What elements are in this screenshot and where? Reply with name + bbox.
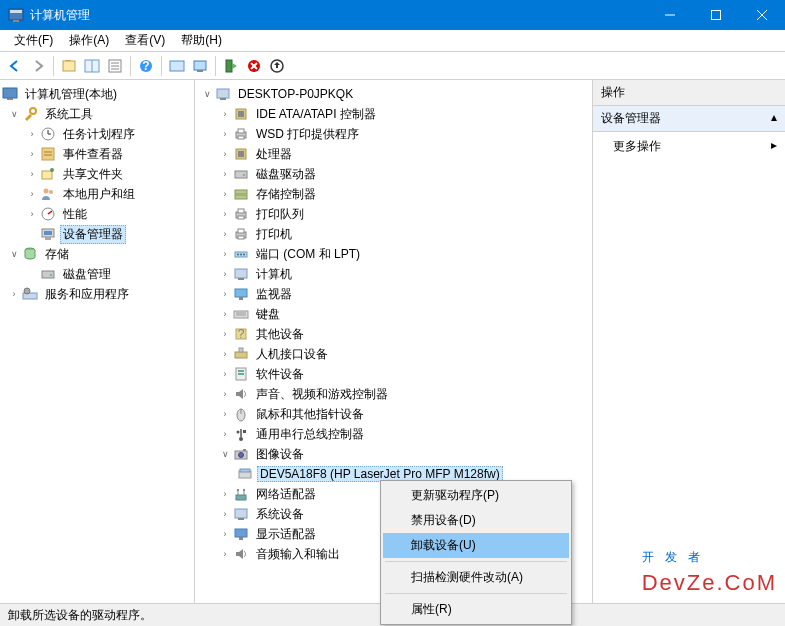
expand-icon[interactable]: ›: [219, 508, 231, 520]
expand-icon[interactable]: ›: [219, 208, 231, 220]
maximize-button[interactable]: [693, 0, 739, 30]
device-node-mouse[interactable]: ›鼠标和其他指针设备: [195, 404, 592, 424]
tree-task-scheduler[interactable]: › 任务计划程序: [0, 124, 194, 144]
menu-help[interactable]: 帮助(H): [173, 30, 230, 51]
update-driver-button[interactable]: [266, 55, 288, 77]
expand-icon[interactable]: ›: [219, 148, 231, 160]
expand-icon[interactable]: ›: [219, 268, 231, 280]
expand-icon[interactable]: ›: [26, 168, 38, 180]
up-button[interactable]: [58, 55, 80, 77]
show-console-button[interactable]: [81, 55, 103, 77]
svg-rect-78: [235, 352, 247, 358]
device-label: DESKTOP-P0JPKQK: [235, 86, 356, 102]
speaker-icon: [233, 546, 249, 562]
device-node-keyboard[interactable]: ›键盘: [195, 304, 592, 324]
device-node-printQueue[interactable]: ›打印队列: [195, 204, 592, 224]
menu-file[interactable]: 文件(F): [6, 30, 61, 51]
actions-more[interactable]: 更多操作 ▸: [593, 132, 785, 161]
expand-icon[interactable]: ›: [8, 288, 20, 300]
device-node-otherDev[interactable]: ›?其他设备: [195, 324, 592, 344]
device-node-cpu[interactable]: ›处理器: [195, 144, 592, 164]
ctx-properties[interactable]: 属性(R): [383, 597, 569, 622]
back-button[interactable]: [4, 55, 26, 77]
expand-icon[interactable]: ›: [219, 248, 231, 260]
svg-rect-60: [238, 209, 244, 213]
device-node-usb[interactable]: ›通用串行总线控制器: [195, 424, 592, 444]
expand-icon[interactable]: ›: [219, 528, 231, 540]
device-node-ideAta[interactable]: ›IDE ATA/ATAPI 控制器: [195, 104, 592, 124]
collapse-icon[interactable]: ∨: [219, 448, 231, 460]
expand-icon[interactable]: ›: [219, 288, 231, 300]
expand-icon[interactable]: ›: [219, 108, 231, 120]
device-label: 处理器: [253, 145, 295, 164]
devmgr-icon: [40, 226, 56, 242]
expand-icon[interactable]: ›: [26, 148, 38, 160]
ctx-uninstall-device[interactable]: 卸载设备(U): [383, 533, 569, 558]
device-node-monitor[interactable]: ›监视器: [195, 284, 592, 304]
device-label: 音频输入和输出: [253, 545, 343, 564]
expand-icon[interactable]: ›: [219, 308, 231, 320]
collapse-icon[interactable]: ∨: [201, 88, 213, 100]
expand-icon[interactable]: ›: [219, 428, 231, 440]
expand-icon[interactable]: ›: [26, 208, 38, 220]
collapse-icon[interactable]: ∨: [8, 108, 20, 120]
menu-view[interactable]: 查看(V): [117, 30, 173, 51]
help-button[interactable]: ?: [135, 55, 157, 77]
expand-icon[interactable]: ›: [219, 128, 231, 140]
expand-icon[interactable]: ›: [219, 368, 231, 380]
tree-device-manager[interactable]: 设备管理器: [0, 224, 194, 244]
ctx-disable-device[interactable]: 禁用设备(D): [383, 508, 569, 533]
device-node-printer[interactable]: ›打印机: [195, 224, 592, 244]
expand-icon[interactable]: ›: [219, 388, 231, 400]
actions-section[interactable]: 设备管理器 ▴: [593, 106, 785, 132]
scan-view-button[interactable]: [166, 55, 188, 77]
expand-icon[interactable]: ›: [219, 408, 231, 420]
storage-icon: [22, 246, 38, 262]
tree-shared-folders[interactable]: › 共享文件夹: [0, 164, 194, 184]
forward-button[interactable]: [27, 55, 49, 77]
enable-button[interactable]: [220, 55, 242, 77]
device-node-diskDrive[interactable]: ›磁盘驱动器: [195, 164, 592, 184]
svg-rect-72: [239, 297, 243, 300]
device-node-hid[interactable]: ›人机接口设备: [195, 344, 592, 364]
usb-icon: [233, 426, 249, 442]
tree-root[interactable]: 计算机管理(本地): [0, 84, 194, 104]
port-icon: [233, 246, 249, 262]
device-node-storageCtl[interactable]: ›存储控制器: [195, 184, 592, 204]
tree-system-tools[interactable]: ∨ 系统工具: [0, 104, 194, 124]
expand-icon[interactable]: ›: [219, 228, 231, 240]
expand-icon[interactable]: ›: [26, 188, 38, 200]
device-node-ports[interactable]: ›端口 (COM 和 LPT): [195, 244, 592, 264]
console-tree[interactable]: 计算机管理(本地) ∨ 系统工具 › 任务计划程序 › 事件查看器 › 共享文件…: [0, 80, 195, 603]
ctx-update-driver[interactable]: 更新驱动程序(P): [383, 483, 569, 508]
tree-performance[interactable]: › 性能: [0, 204, 194, 224]
expand-icon[interactable]: ›: [219, 168, 231, 180]
properties-button[interactable]: [104, 55, 126, 77]
device-node-computer[interactable]: ›计算机: [195, 264, 592, 284]
expand-icon[interactable]: ›: [219, 348, 231, 360]
expand-icon[interactable]: ›: [219, 488, 231, 500]
device-node-software[interactable]: ›软件设备: [195, 364, 592, 384]
expand-icon[interactable]: ›: [26, 128, 38, 140]
tree-local-users[interactable]: › 本地用户和组: [0, 184, 194, 204]
expand-icon[interactable]: ›: [219, 188, 231, 200]
device-node-imaging[interactable]: ∨图像设备: [195, 444, 592, 464]
uninstall-icon[interactable]: [243, 55, 265, 77]
tree-disk-mgmt[interactable]: 磁盘管理: [0, 264, 194, 284]
tree-storage[interactable]: ∨ 存储: [0, 244, 194, 264]
collapse-icon[interactable]: ▴: [771, 110, 777, 127]
minimize-button[interactable]: [647, 0, 693, 30]
expand-icon[interactable]: ›: [219, 328, 231, 340]
device-node-audio[interactable]: ›声音、视频和游戏控制器: [195, 384, 592, 404]
close-button[interactable]: [739, 0, 785, 30]
expand-icon[interactable]: ›: [219, 548, 231, 560]
tree-event-viewer[interactable]: › 事件查看器: [0, 144, 194, 164]
chip-icon: [233, 106, 249, 122]
ctx-scan-hardware[interactable]: 扫描检测硬件改动(A): [383, 565, 569, 590]
device-node-wsd[interactable]: ›WSD 打印提供程序: [195, 124, 592, 144]
device-view-button[interactable]: [189, 55, 211, 77]
menu-action[interactable]: 操作(A): [61, 30, 117, 51]
device-node-root[interactable]: ∨DESKTOP-P0JPKQK: [195, 84, 592, 104]
tree-services-apps[interactable]: › 服务和应用程序: [0, 284, 194, 304]
collapse-icon[interactable]: ∨: [8, 248, 20, 260]
